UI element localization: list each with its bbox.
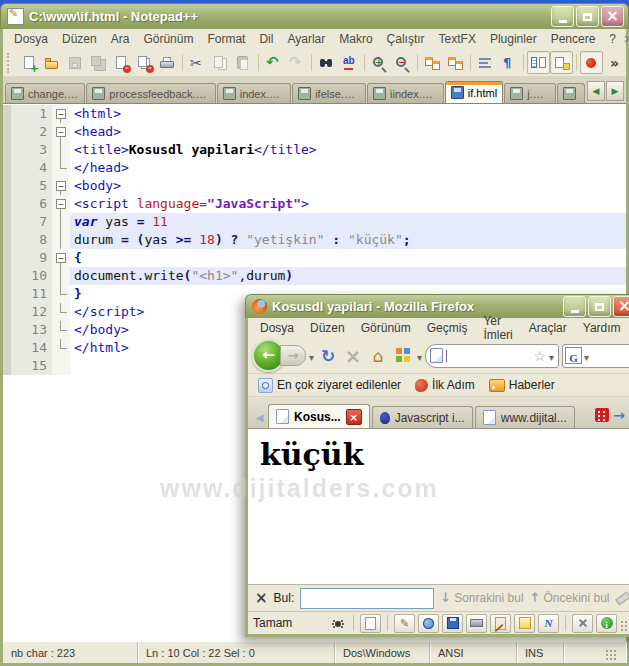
npp-menu-al-t-r[interactable]: Çalıştır xyxy=(380,30,432,48)
back-history-dropdown-icon[interactable] xyxy=(309,347,314,365)
document-map-button[interactable] xyxy=(550,51,573,74)
npp-tab-ifelse-php[interactable]: ifelse.php xyxy=(292,83,366,103)
close-all-button[interactable] xyxy=(133,51,156,74)
save-all-button[interactable] xyxy=(87,51,110,74)
editor-line[interactable]: 5<body> xyxy=(3,177,626,195)
npp-tab-index-php[interactable]: index.php xyxy=(217,83,291,103)
home-button[interactable] xyxy=(367,345,389,367)
npp-close-button[interactable] xyxy=(601,6,624,27)
stop-button[interactable] xyxy=(342,345,364,367)
npp-tab-if-html[interactable]: if.html xyxy=(445,81,503,103)
toolbar-overflow-chevron-icon[interactable] xyxy=(610,56,619,70)
tab-close-icon[interactable] xyxy=(346,409,362,425)
search-box[interactable] xyxy=(562,344,629,368)
browser-preview-button[interactable] xyxy=(418,614,439,633)
bookmark-star-icon[interactable] xyxy=(533,347,546,365)
find-input[interactable] xyxy=(300,588,434,609)
npp-menu-ara[interactable]: Ara xyxy=(104,30,137,48)
npp-menu-d-zen[interactable]: Düzen xyxy=(55,30,104,48)
print-page-button[interactable] xyxy=(466,614,487,633)
extension-grid-icon[interactable] xyxy=(595,408,609,422)
ff-tab-kosus[interactable]: Kosus... xyxy=(268,404,370,428)
npp-maximize-button[interactable] xyxy=(576,6,599,27)
fold-collapse-icon[interactable] xyxy=(52,123,70,141)
npp-menu-ayarlar[interactable]: Ayarlar xyxy=(280,30,332,48)
edit-page-button[interactable] xyxy=(394,614,415,633)
new-page-button[interactable] xyxy=(360,614,381,633)
editor-line[interactable]: 10document.write("<h1>",durum) xyxy=(3,267,626,285)
highlight-all-icon[interactable] xyxy=(615,591,629,605)
editor-line[interactable]: 7var yas = 11 xyxy=(3,213,626,231)
ff-menu-dosya[interactable]: Dosya xyxy=(252,319,302,337)
save-page-button[interactable] xyxy=(442,614,463,633)
editor-line[interactable]: 9{ xyxy=(3,249,626,267)
toolbar-grip[interactable] xyxy=(7,53,13,73)
fold-collapse-icon[interactable] xyxy=(52,195,70,213)
search-engine-dropdown-icon[interactable] xyxy=(584,347,589,365)
ff-tab-www-dijital[interactable]: www.dijital... xyxy=(475,406,575,428)
undo-button[interactable] xyxy=(262,51,285,74)
scroll-tabs-left-icon[interactable] xyxy=(251,408,268,428)
new-file-button[interactable] xyxy=(18,51,41,74)
bookmark-i-lk-ad-m[interactable]: İlk Adım xyxy=(409,378,481,392)
copy-button[interactable] xyxy=(209,51,232,74)
redo-button[interactable] xyxy=(285,51,308,74)
editor-line[interactable]: 4</head> xyxy=(3,159,626,177)
ff-menu-g-r-n-m[interactable]: Görünüm xyxy=(353,319,419,337)
npp-menu-g-r-n-m[interactable]: Görünüm xyxy=(136,30,200,48)
npp-tab-change-log[interactable]: change.log xyxy=(5,83,85,103)
word-wrap-button[interactable] xyxy=(474,51,497,74)
open-file-button[interactable] xyxy=(41,51,64,74)
macro-record-button[interactable] xyxy=(580,51,603,74)
editor-line[interactable]: 6<script language="JavaScript"> xyxy=(3,195,626,213)
npp-resize-grip[interactable] xyxy=(605,649,617,661)
ff-menu-ara-lar[interactable]: Araçlar xyxy=(521,319,575,337)
editor-line[interactable]: 3<title>Kosusdl yapilari</title> xyxy=(3,141,626,159)
npp-tab-j-php[interactable]: j.php xyxy=(504,83,555,103)
print-button[interactable] xyxy=(156,51,179,74)
editor-line[interactable]: 1<html> xyxy=(3,105,626,123)
close-document-x-icon[interactable] xyxy=(623,33,629,45)
notes-button[interactable] xyxy=(490,614,511,633)
scroll-tabs-left-icon[interactable] xyxy=(587,81,605,101)
fold-collapse-icon[interactable] xyxy=(52,105,70,123)
npp-tab-iindex-php[interactable]: iindex.php xyxy=(367,83,444,103)
error-console-button[interactable] xyxy=(327,615,347,632)
npp-menu-makro[interactable]: Makro xyxy=(332,30,379,48)
zoom-in-button[interactable] xyxy=(368,51,391,74)
editor-line[interactable]: 2<head> xyxy=(3,123,626,141)
npp-menu-format[interactable]: Format xyxy=(200,30,252,48)
url-bar[interactable] xyxy=(425,344,559,368)
urlbar-dropdown-icon[interactable] xyxy=(549,347,554,365)
sticky-note-button[interactable] xyxy=(514,614,535,633)
page-info-button[interactable] xyxy=(596,614,617,633)
sync-vertical-scrolling-button[interactable] xyxy=(421,51,444,74)
show-all-characters-button[interactable] xyxy=(497,51,520,74)
fold-collapse-icon[interactable] xyxy=(52,249,70,267)
scroll-tabs-right-icon[interactable] xyxy=(613,406,625,424)
npp-menu-pluginler[interactable]: Pluginler xyxy=(483,30,544,48)
npp-tab-stub[interactable] xyxy=(557,83,585,103)
editor-line[interactable]: 8durum = (yas >= 18) ? "yetişkin" : "küç… xyxy=(3,231,626,249)
web-developer-tools-button[interactable] xyxy=(572,614,593,633)
npp-menu-pencere[interactable]: Pencere xyxy=(544,30,603,48)
search-input[interactable] xyxy=(591,348,629,364)
find-button[interactable] xyxy=(315,51,338,74)
ff-menu-d-zen[interactable]: Düzen xyxy=(302,319,353,337)
google-search-engine-icon[interactable] xyxy=(565,347,582,364)
ff-menu-yard-m[interactable]: Yardım xyxy=(575,319,629,337)
cut-button[interactable] xyxy=(186,51,209,74)
ff-menu-ge-mi[interactable]: Geçmiş xyxy=(419,319,476,337)
widget-dropdown-icon[interactable] xyxy=(417,347,422,365)
bookmarks-widget-icon[interactable] xyxy=(396,348,411,363)
bookmark-en-ok-ziyaret-edilenler[interactable]: En çok ziyaret edilenler xyxy=(252,378,407,393)
npp-tab-processfeedback-php[interactable]: processfeedback.php xyxy=(86,83,215,103)
ff-resize-grip[interactable] xyxy=(620,620,629,632)
npp-menu-dosya[interactable]: Dosya xyxy=(7,30,55,48)
reload-button[interactable] xyxy=(317,345,339,367)
find-previous-button[interactable]: Öncekini bul xyxy=(530,591,610,605)
npp-menu-dil[interactable]: Dil xyxy=(252,30,280,48)
close-file-button[interactable] xyxy=(110,51,133,74)
findbar-close-icon[interactable] xyxy=(255,591,268,606)
replace-button[interactable] xyxy=(338,51,361,74)
